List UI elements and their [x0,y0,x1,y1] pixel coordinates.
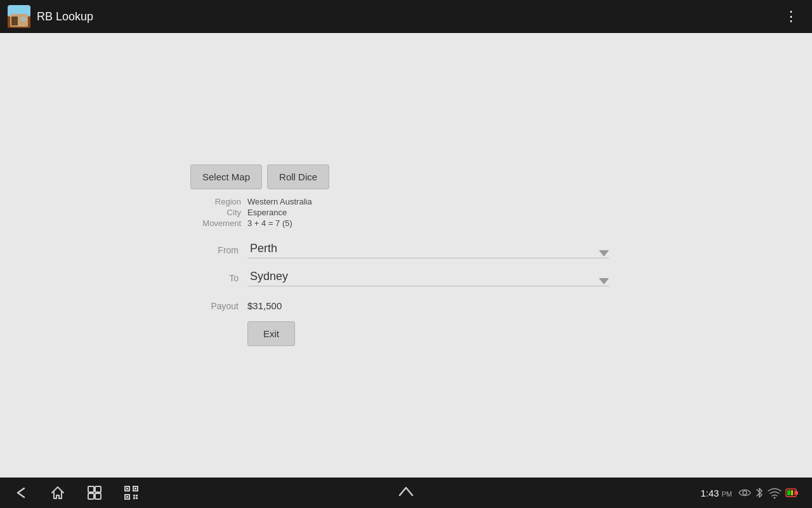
clock-ampm: PM [722,490,733,498]
svg-rect-5 [21,17,26,21]
city-value: Esperance [247,208,287,217]
svg-rect-19 [136,497,138,499]
svg-rect-6 [88,486,94,492]
roll-dice-button[interactable]: Roll Dice [267,164,329,189]
qr-button[interactable] [123,485,140,501]
info-section: Region Western Australia City Esperance … [190,197,622,229]
top-bar: RB Lookup ⋮ [0,0,812,33]
svg-point-21 [774,497,776,499]
svg-rect-13 [134,488,136,490]
nav-right: 1:43 PM [700,486,799,499]
recents-button[interactable] [86,485,103,501]
status-icons [738,486,799,499]
signal-x-icon [785,487,799,498]
svg-rect-3 [11,17,18,25]
to-dropdown-arrow-icon [599,278,609,284]
buttons-row: Select Map Roll Dice [190,164,329,189]
clock: 1:43 PM [700,488,732,498]
app-icon-image [8,5,30,28]
payout-label: Payout [190,301,247,311]
center-panel: Select Map Roll Dice Region Western Aust… [190,164,622,346]
app-icon [8,5,30,28]
from-field-container[interactable]: Perth [247,242,609,258]
svg-rect-16 [133,495,135,497]
region-label: Region [190,197,247,206]
clock-time: 1:43 [700,488,719,498]
region-value: Western Australia [247,197,312,206]
payout-row: Payout $31,500 [190,300,282,311]
select-map-button[interactable]: Select Map [190,164,262,189]
nav-center-up[interactable] [397,485,415,500]
region-row: Region Western Australia [190,197,622,206]
svg-rect-25 [791,490,793,495]
svg-rect-8 [88,493,94,499]
nav-left [13,485,140,501]
to-field-row: To Sydney [190,270,609,286]
svg-rect-7 [95,486,101,492]
from-label: From [190,245,247,255]
eye-icon [738,488,751,498]
to-value: Sydney [247,270,288,283]
svg-rect-18 [133,497,135,499]
from-field-row: From Perth [190,242,609,258]
bottom-bar: 1:43 PM [0,478,812,508]
svg-rect-11 [126,488,128,490]
from-value: Perth [247,242,277,255]
home-button[interactable] [49,485,66,501]
svg-rect-9 [95,493,101,499]
city-row: City Esperance [190,208,622,217]
payout-value: $31,500 [247,300,282,311]
svg-point-20 [743,491,747,495]
app-title: RB Lookup [37,10,93,23]
menu-dots-button[interactable]: ⋮ [779,6,804,27]
exit-button[interactable]: Exit [247,321,295,346]
to-label: To [190,273,247,283]
movement-value: 3 + 4 = 7 (5) [247,218,292,228]
bluetooth-icon [755,486,764,499]
to-field-container[interactable]: Sydney [247,270,609,286]
main-content: Select Map Roll Dice Region Western Aust… [0,33,812,478]
wifi-icon [768,487,782,498]
svg-rect-15 [126,496,128,498]
top-bar-left: RB Lookup [8,5,93,28]
svg-rect-24 [787,490,790,495]
movement-label: Movement [190,218,247,228]
from-dropdown-arrow-icon [599,250,609,257]
back-button[interactable] [13,485,29,501]
svg-rect-17 [136,495,138,497]
city-label: City [190,208,247,217]
movement-row: Movement 3 + 4 = 7 (5) [190,218,622,228]
